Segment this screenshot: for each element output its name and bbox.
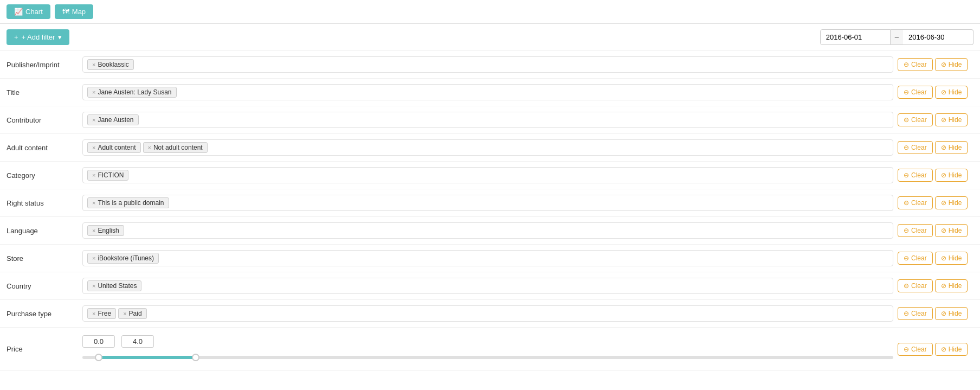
filter-tag[interactable]: ×Booklassic [87,59,134,70]
clear-minus-icon: ⊖ [904,254,909,262]
filter-actions-purchase-type: ⊖ Clear ⊘ Hide [898,307,973,320]
hide-button-language[interactable]: ⊘ Hide [935,224,968,237]
price-hide-button[interactable]: ⊘ Hide [935,343,968,356]
hide-button-title[interactable]: ⊘ Hide [935,86,968,99]
date-end-input[interactable] [903,29,973,45]
slider-thumb-right[interactable] [192,354,199,361]
filter-actions-publisher: ⊖ Clear ⊘ Hide [898,58,973,71]
hide-eye-icon: ⊘ [941,199,946,207]
clear-button-contributor[interactable]: ⊖ Clear [898,113,933,126]
tag-x-icon[interactable]: × [92,283,95,289]
hide-label: Hide [949,310,962,317]
filter-tags-purchase-type[interactable]: ×Free×Paid [82,305,893,322]
caret-icon: ▾ [58,33,62,41]
tag-x-icon[interactable]: × [92,310,95,317]
clear-minus-icon: ⊖ [904,144,909,151]
clear-minus-icon: ⊖ [904,310,909,317]
filter-tag[interactable]: ×Not adult content [143,142,208,153]
filters-container: Publisher/Imprint×Booklassic ⊖ Clear ⊘ H… [0,51,980,328]
tag-x-icon[interactable]: × [123,310,126,317]
price-filter-actions: ⊖ Clear ⊘ Hide [898,343,973,356]
price-max-value: 4.0 [121,335,154,348]
hide-eye-icon: ⊘ [941,144,946,151]
hide-button-adult-content[interactable]: ⊘ Hide [935,141,968,154]
filter-tags-country[interactable]: ×United States [82,278,893,294]
filter-tags-title[interactable]: ×Jane Austen: Lady Susan [82,84,893,100]
hide-label: Hide [949,61,962,68]
slider-fill [99,356,196,359]
hide-button-store[interactable]: ⊘ Hide [935,252,968,265]
hide-button-purchase-type[interactable]: ⊘ Hide [935,307,968,320]
hide-eye-icon: ⊘ [941,88,946,96]
tag-x-icon[interactable]: × [92,89,95,95]
filter-tag[interactable]: ×Jane Austen [87,114,139,125]
map-icon: 🗺 [62,8,69,16]
filter-tag[interactable]: ×iBookstore (iTunes) [87,253,159,264]
price-clear-button[interactable]: ⊖ Clear [898,343,933,356]
tag-x-icon[interactable]: × [92,172,95,178]
filter-tags-right-status[interactable]: ×This is a public domain [82,195,893,211]
filter-row-contributor: Contributor×Jane Austen ⊖ Clear ⊘ Hide [0,106,980,134]
hide-eye-icon: ⊘ [941,254,946,262]
clear-label: Clear [911,116,927,124]
tag-x-icon[interactable]: × [92,255,95,261]
tag-x-icon[interactable]: × [92,61,95,68]
filter-tag[interactable]: ×FICTION [87,170,128,181]
clear-button-store[interactable]: ⊖ Clear [898,252,933,265]
filter-label-adult-content: Adult content [7,144,82,152]
hide-eye-icon: ⊘ [941,310,946,317]
filter-tags-category[interactable]: ×FICTION [82,167,893,183]
filter-tag[interactable]: ×This is a public domain [87,197,169,208]
add-filter-button[interactable]: + + Add filter ▾ [7,29,69,45]
filter-tag[interactable]: ×Free [87,308,116,319]
filter-label-contributor: Contributor [7,116,82,124]
price-clear-label: Clear [911,346,927,353]
clear-button-adult-content[interactable]: ⊖ Clear [898,141,933,154]
clear-button-right-status[interactable]: ⊖ Clear [898,196,933,209]
date-range: – [820,29,973,45]
filter-row-country: Country×United States ⊖ Clear ⊘ Hide [0,272,980,300]
hide-button-contributor[interactable]: ⊘ Hide [935,113,968,126]
filter-label-right-status: Right status [7,199,82,207]
hide-button-country[interactable]: ⊘ Hide [935,279,968,292]
tag-text: This is a public domain [98,199,164,207]
clear-button-publisher[interactable]: ⊖ Clear [898,58,933,71]
clear-button-category[interactable]: ⊖ Clear [898,169,933,182]
clear-label: Clear [911,254,927,262]
hide-button-category[interactable]: ⊘ Hide [935,169,968,182]
price-slider-track-container[interactable] [82,352,893,363]
filter-tag[interactable]: ×Jane Austen: Lady Susan [87,87,177,98]
filter-row-title: Title×Jane Austen: Lady Susan ⊖ Clear ⊘ … [0,79,980,106]
map-button[interactable]: 🗺 Map [55,4,93,19]
clear-minus-icon: ⊖ [904,61,909,68]
filter-tags-publisher[interactable]: ×Booklassic [82,56,893,73]
filter-tags-store[interactable]: ×iBookstore (iTunes) [82,250,893,266]
filter-label-category: Category [7,171,82,180]
tag-x-icon[interactable]: × [92,144,95,151]
clear-button-country[interactable]: ⊖ Clear [898,279,933,292]
tag-x-icon[interactable]: × [92,227,95,234]
hide-button-publisher[interactable]: ⊘ Hide [935,58,968,71]
clear-minus-icon: ⊖ [904,116,909,124]
filter-tag[interactable]: ×English [87,225,124,236]
clear-button-title[interactable]: ⊖ Clear [898,86,933,99]
filter-tags-contributor[interactable]: ×Jane Austen [82,112,893,128]
filter-tags-adult-content[interactable]: ×Adult content×Not adult content [82,139,893,156]
filter-actions-title: ⊖ Clear ⊘ Hide [898,86,973,99]
filter-tags-language[interactable]: ×English [82,222,893,239]
hide-button-right-status[interactable]: ⊘ Hide [935,196,968,209]
tag-x-icon[interactable]: × [92,200,95,206]
filter-tag[interactable]: ×Adult content [87,142,141,153]
tag-text: Not adult content [153,144,203,151]
date-start-input[interactable] [820,29,891,45]
clear-button-purchase-type[interactable]: ⊖ Clear [898,307,933,320]
filter-tag[interactable]: ×United States [87,280,141,291]
price-clear-minus-icon: ⊖ [904,346,909,353]
hide-label: Hide [949,116,962,124]
tag-x-icon[interactable]: × [148,144,151,151]
clear-button-language[interactable]: ⊖ Clear [898,224,933,237]
chart-button[interactable]: 📈 Chart [7,4,50,19]
slider-thumb-left[interactable] [95,354,102,361]
tag-x-icon[interactable]: × [92,117,95,123]
filter-tag[interactable]: ×Paid [118,308,146,319]
